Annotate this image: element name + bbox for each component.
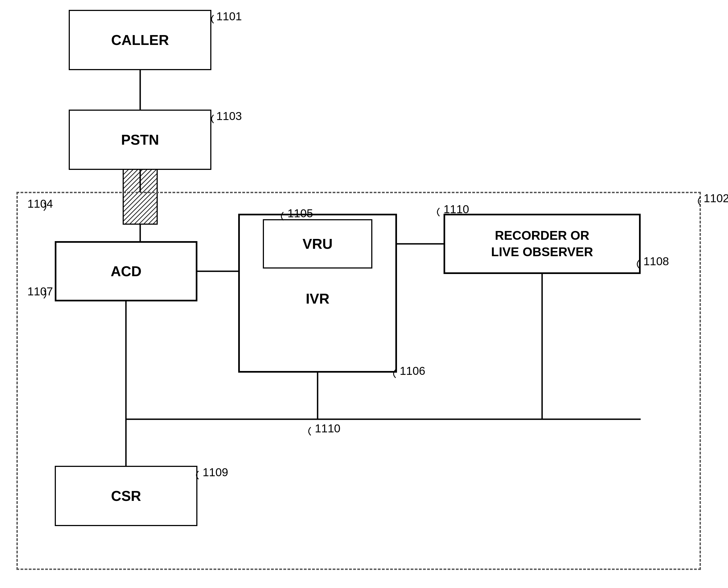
ref-bracket-1108 [634,259,650,270]
pstn-label: PSTN [121,131,159,148]
vru-box: VRU [263,219,372,269]
ref-bracket-1105 [278,211,294,222]
caller-box: CALLER [69,10,212,70]
csr-box: CSR [55,466,197,526]
ref-bracket-1101 [208,14,224,25]
diagram: CALLER 1101 PSTN 1103 1102 1104 ACD 1107… [0,0,728,588]
ref-bracket-1102 [695,196,711,207]
recorder-box: RECORDER OR LIVE OBSERVER [444,214,641,274]
ref-bracket-1110-bottom [305,426,322,437]
ref-bracket-1109 [193,470,209,481]
acd-label: ACD [111,263,141,279]
recorder-label: RECORDER OR LIVE OBSERVER [491,227,593,260]
caller-label: CALLER [111,32,169,48]
ivr-label: IVR [238,290,397,307]
vru-label: VRU [303,236,333,252]
ref-bracket-1107 [42,289,59,300]
csr-label: CSR [111,488,141,504]
ref-bracket-1110-top [434,207,450,217]
ref-bracket-1106 [390,368,406,379]
ref-bracket-1104 [42,201,59,212]
pstn-box: PSTN [69,110,212,170]
ref-bracket-1103 [208,113,224,124]
acd-box: ACD [55,241,197,301]
